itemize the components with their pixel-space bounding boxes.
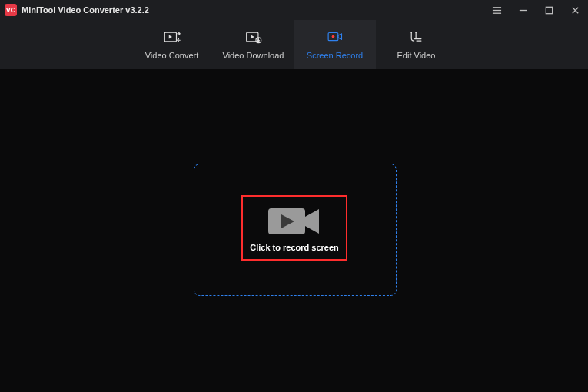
- tab-label: Screen Record: [307, 51, 363, 60]
- minimize-button[interactable]: [510, 0, 536, 20]
- tab-video-convert[interactable]: Video Convert: [131, 20, 213, 69]
- convert-icon: [164, 29, 181, 45]
- edit-icon: [408, 29, 425, 45]
- menu-icon: [492, 5, 502, 15]
- tabbar: Video Convert Video Download Screen Reco…: [0, 20, 588, 69]
- svg-marker-10: [251, 35, 254, 38]
- camera-play-icon: [268, 206, 321, 237]
- svg-marker-8: [168, 35, 171, 38]
- record-screen-button[interactable]: Click to record screen: [241, 195, 347, 261]
- app-title: MiniTool Video Converter v3.2.2: [22, 5, 149, 15]
- svg-rect-4: [546, 7, 552, 13]
- close-button[interactable]: [562, 0, 588, 20]
- svg-point-13: [331, 35, 334, 38]
- titlebar-left: VC MiniTool Video Converter v3.2.2: [5, 4, 149, 16]
- close-icon: [570, 5, 580, 15]
- tab-label: Video Download: [223, 51, 284, 60]
- svg-point-15: [415, 32, 417, 33]
- maximize-icon: [544, 5, 554, 15]
- tab-label: Video Convert: [145, 51, 199, 60]
- record-icon: [327, 29, 344, 45]
- tab-video-download[interactable]: Video Download: [213, 20, 294, 69]
- titlebar: VC MiniTool Video Converter v3.2.2: [0, 0, 588, 20]
- app-logo: VC: [5, 4, 17, 16]
- maximize-button[interactable]: [536, 0, 562, 20]
- record-button-label: Click to record screen: [250, 243, 339, 252]
- window-controls: [483, 0, 588, 20]
- app-logo-text: VC: [6, 6, 16, 14]
- download-icon: [245, 29, 262, 45]
- content-area: Click to record screen: [0, 69, 588, 392]
- svg-point-14: [410, 32, 412, 33]
- menu-button[interactable]: [483, 0, 510, 20]
- tab-edit-video[interactable]: Edit Video: [376, 20, 457, 69]
- tab-screen-record[interactable]: Screen Record: [294, 20, 376, 69]
- minimize-icon: [518, 5, 528, 15]
- tab-label: Edit Video: [397, 51, 436, 60]
